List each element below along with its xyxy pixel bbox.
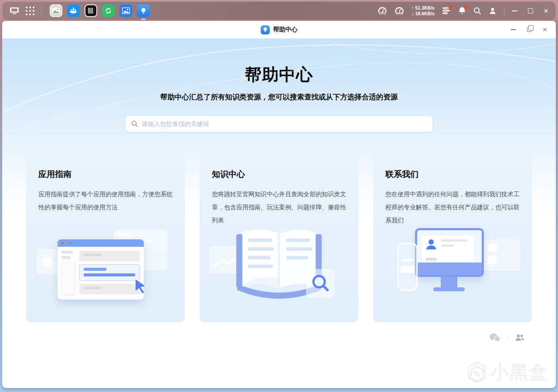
knowledge-illustration — [200, 220, 358, 311]
monitor-stand — [441, 277, 457, 287]
card-title: 知识中心 — [212, 169, 346, 180]
heybox-watermark: 小黑盒 — [467, 360, 548, 385]
tweaks-icon[interactable] — [442, 7, 451, 14]
sync-icon[interactable] — [102, 4, 115, 17]
cpu-label: CPU — [379, 12, 386, 15]
taskbar-maximize-button[interactable] — [528, 8, 533, 14]
avatar-icon — [425, 239, 437, 252]
ram-gauge-icon[interactable]: RAM — [395, 7, 404, 15]
wechat-icon[interactable] — [489, 333, 500, 344]
card-app-guide[interactable]: 应用指南 应用指南提供了每个应用的使用指南，方便您系统性的掌握每个应用的使用方法 — [26, 151, 185, 322]
taskbar-separator — [41, 7, 41, 15]
ghost-shape — [482, 239, 521, 271]
contact-illustration — [373, 220, 532, 311]
magnifier-icon — [306, 269, 335, 298]
help-center-content: 帮助中心 帮助中心汇总了所有知识类资源，您可以搜索查找或从下方选择合适的资源 应… — [2, 38, 556, 388]
resource-cards: 应用指南 应用指南提供了每个应用的使用指南，方便您系统性的掌握每个应用的使用方法 — [2, 151, 556, 322]
cpu-gauge-icon[interactable]: CPU — [378, 7, 387, 15]
ram-label: RAM — [396, 12, 403, 15]
terminal-icon[interactable] — [85, 4, 97, 17]
docker-icon[interactable] — [67, 4, 80, 17]
image-viewer-icon[interactable] — [50, 4, 62, 17]
app-grid-icon[interactable] — [26, 7, 34, 15]
cursor-icon — [133, 278, 149, 294]
gallery-icon[interactable] — [119, 4, 132, 17]
search-input[interactable] — [142, 120, 427, 127]
net-down-arrow-icon: ↓ — [412, 11, 414, 16]
window-close-button[interactable]: × — [542, 26, 547, 34]
help-center-window: 帮助中心 × 帮助中心 帮助中心汇总了所有知识类资源，您可以搜索查找或从下方选择… — [2, 21, 556, 388]
system-taskbar: CPU RAM ↑ 51.3KB/s ↓ 18.6KB/s × — [3, 2, 555, 20]
user-icon[interactable] — [489, 7, 497, 15]
window-title: 帮助中心 — [273, 26, 298, 34]
watermark-text: 小黑盒 — [490, 360, 548, 385]
search-icon[interactable] — [473, 7, 481, 15]
search-bar[interactable] — [125, 116, 433, 132]
taskbar-close-button[interactable]: × — [544, 7, 548, 15]
help-bulb-icon[interactable] — [137, 4, 150, 17]
taskbar-separator — [504, 7, 504, 15]
card-title: 联系我们 — [385, 169, 520, 180]
net-up-value: 51.3KB/s — [415, 5, 435, 10]
group-icon[interactable] — [515, 334, 524, 343]
card-knowledge-center[interactable]: 知识中心 您将跳转至官网知识中心并且查阅全部的知识类文章，包含应用指南、玩法案例… — [200, 151, 358, 322]
app-guide-illustration — [26, 220, 185, 311]
page-subtitle: 帮助中心汇总了所有知识类资源，您可以搜索查找或从下方选择合适的资源 — [2, 92, 556, 102]
taskbar-minimize-button[interactable] — [512, 10, 517, 11]
window-titlebar[interactable]: 帮助中心 × — [2, 21, 556, 38]
card-contact-us[interactable]: 联系我们 您在使用中遇到的任何问题，都能得到我们技术工程师的专业解答。若您有任何… — [373, 151, 532, 322]
search-icon — [131, 120, 138, 127]
card-description: 应用指南提供了每个应用的使用指南，方便您系统性的掌握每个应用的使用方法 — [38, 187, 173, 214]
monitor-base — [433, 287, 465, 291]
help-bulb-icon — [261, 25, 270, 34]
browser-mockup — [58, 239, 144, 300]
net-up-arrow-icon: ↑ — [412, 5, 414, 10]
contact-shortcuts — [2, 333, 556, 344]
phone-mockup — [398, 243, 418, 291]
desktop-icon[interactable] — [10, 7, 19, 14]
footer-separator — [507, 335, 508, 342]
taskbar-dock — [50, 4, 150, 17]
monitor-mockup — [415, 228, 484, 277]
bell-icon[interactable] — [458, 7, 466, 15]
page-title: 帮助中心 — [2, 65, 556, 85]
network-speed[interactable]: ↑ 51.3KB/s ↓ 18.6KB/s — [412, 5, 435, 17]
window-restore-button[interactable] — [527, 27, 531, 32]
card-title: 应用指南 — [38, 169, 173, 180]
net-down-value: 18.6KB/s — [415, 11, 435, 16]
heybox-logo — [467, 361, 487, 383]
window-minimize-button[interactable] — [511, 29, 516, 30]
